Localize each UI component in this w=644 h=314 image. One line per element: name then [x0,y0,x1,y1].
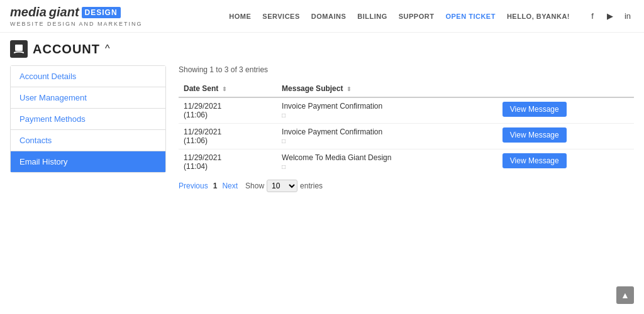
checkbox-1: □ [282,138,286,144]
col-date-sent[interactable]: Date Sent ⇕ [179,80,277,97]
logo-design-box: DESIGN [82,7,121,18]
cell-action-2: View Message [497,149,634,175]
previous-page-link[interactable]: Previous [179,181,208,190]
logo-subtitle: WEBSITE DESIGN AND MARKETING [10,21,143,27]
email-table: Date Sent ⇕ Message Subject ⇕ 11/29/2021… [179,80,634,175]
nav-billing[interactable]: BILLING [357,13,387,20]
page-number[interactable]: 1 [213,181,218,190]
logo: media giant DESIGN WEBSITE DESIGN AND MA… [10,5,143,27]
main-content: Showing 1 to 3 of 3 entries Date Sent ⇕ … [179,65,634,192]
main-nav: HOME SERVICES DOMAINS BILLING SUPPORT OP… [229,10,634,23]
table-row: 11/29/2021(11:06) Invoice Payment Confir… [179,97,634,124]
svg-rect-0 [15,45,23,51]
cell-date-2: 11/29/2021(11:04) [179,149,277,175]
account-title: ACCOUNT [33,42,100,57]
cell-subject-0: Invoice Payment Confirmation □ [277,97,497,124]
cell-action-0: View Message [497,97,634,124]
sidebar-item-payment-methods[interactable]: Payment Methods [11,109,165,130]
social-icons: f ▶ in [586,10,634,23]
sidebar-item-contacts[interactable]: Contacts [11,130,165,151]
view-message-button-1[interactable]: View Message [502,127,567,143]
cell-date-0: 11/29/2021(11:06) [179,97,277,124]
table-row: 11/29/2021(11:06) Invoice Payment Confir… [179,124,634,149]
sidebar-item-account-details[interactable]: Account Details [11,66,165,87]
sidebar-menu: Account Details User Management Payment … [10,65,166,173]
checkbox-0: □ [282,112,286,119]
nav-support[interactable]: SUPPORT [399,13,435,20]
sort-subject-icon: ⇕ [347,86,352,92]
account-icon [10,40,28,58]
view-message-button-0[interactable]: View Message [502,102,567,117]
col-message-subject[interactable]: Message Subject ⇕ [277,80,497,97]
nav-hello[interactable]: HELLO, BYANKA! [507,13,570,20]
cell-action-1: View Message [497,124,634,149]
sidebar-item-user-management[interactable]: User Management [11,87,165,109]
col-action [497,80,634,97]
per-page-select[interactable]: 10 25 50 100 [267,180,297,192]
entries-label: entries [300,181,323,190]
table-row: 11/29/2021(11:04) Welcome To Media Giant… [179,149,634,175]
nav-services[interactable]: SERVICES [262,13,299,20]
nav-domains[interactable]: DOMAINS [311,13,346,20]
sort-date-icon: ⇕ [222,86,227,92]
cell-date-1: 11/29/2021(11:06) [179,124,277,149]
checkbox-2: □ [282,163,286,170]
pagination-row: Previous 1 Next Show 10 25 50 100 entrie… [179,180,634,192]
nav-open-ticket[interactable]: OPEN TICKET [445,13,495,20]
logo-top: media giant DESIGN [10,5,121,19]
page-content: ACCOUNT ^ Account Details User Managemen… [0,33,644,200]
show-label: Show [245,181,264,190]
nav-home[interactable]: HOME [229,13,251,20]
facebook-icon[interactable]: f [586,10,599,23]
logo-giant: giant [49,5,79,19]
youtube-icon[interactable]: ▶ [604,10,616,23]
linkedin-icon[interactable]: in [621,10,634,23]
site-header: media giant DESIGN WEBSITE DESIGN AND MA… [0,0,644,33]
logo-media: media [10,5,47,19]
account-header: ACCOUNT ^ [10,40,634,58]
cell-subject-2: Welcome To Media Giant Design □ [277,149,497,175]
sidebar-item-email-history[interactable]: Email History [11,151,165,172]
account-caret[interactable]: ^ [105,43,110,55]
showing-text: Showing 1 to 3 of 3 entries [179,65,634,74]
view-message-button-2[interactable]: View Message [502,153,567,168]
cell-subject-1: Invoice Payment Confirmation □ [277,124,497,149]
next-page-link[interactable]: Next [222,181,238,190]
